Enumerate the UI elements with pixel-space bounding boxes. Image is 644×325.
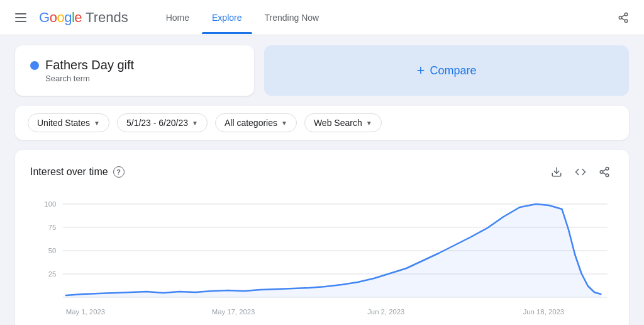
date-filter-label: 5/1/23 - 6/20/23 [126, 118, 188, 128]
svg-line-9 [602, 173, 606, 174]
svg-text:May 1, 2023: May 1, 2023 [66, 308, 105, 316]
trends-wordmark: Trends [86, 9, 128, 26]
share-button[interactable] [595, 162, 614, 181]
chart-header: Interest over time ? [30, 162, 614, 181]
chart-card: Interest over time ? [15, 150, 629, 325]
header: Google Trends Home Explore Trending Now [0, 0, 644, 35]
chart-svg: 100 75 50 25 May 1, 2023 May 17, 2023 Ju… [30, 191, 614, 317]
location-filter-label: United States [37, 118, 90, 128]
date-filter[interactable]: 5/1/23 - 6/20/23 ▼ [117, 113, 208, 132]
chevron-down-icon: ▼ [192, 120, 198, 127]
search-term-name: Fathers Day gift [45, 58, 134, 72]
hamburger-menu-icon[interactable] [10, 8, 31, 27]
category-filter[interactable]: All categories ▼ [215, 113, 297, 132]
filter-bar: United States ▼ 5/1/23 - 6/20/23 ▼ All c… [15, 106, 629, 140]
svg-line-4 [621, 14, 625, 16]
svg-text:Jun 18, 2023: Jun 18, 2023 [523, 308, 564, 316]
google-wordmark: Google [39, 9, 82, 26]
nav-trending-now[interactable]: Trending Now [255, 8, 330, 28]
chart-actions [547, 162, 614, 181]
svg-text:100: 100 [44, 200, 56, 208]
compare-card[interactable]: + Compare [264, 45, 629, 96]
interest-over-time-chart: 100 75 50 25 May 1, 2023 May 17, 2023 Ju… [30, 191, 614, 320]
chevron-down-icon: ▼ [94, 120, 100, 127]
nav-explore[interactable]: Explore [202, 8, 252, 28]
embed-button[interactable] [571, 162, 590, 181]
compare-inner: + Compare [417, 62, 477, 79]
svg-line-10 [602, 169, 606, 171]
plus-icon: + [417, 62, 425, 79]
svg-text:75: 75 [48, 224, 57, 231]
chevron-down-icon: ▼ [366, 120, 372, 127]
location-filter[interactable]: United States ▼ [28, 113, 109, 132]
svg-text:Jun 2, 2023: Jun 2, 2023 [367, 308, 404, 316]
search-type-filter[interactable]: Web Search ▼ [304, 113, 382, 132]
svg-text:May 17, 2023: May 17, 2023 [212, 308, 255, 316]
chart-title: Interest over time [30, 166, 108, 178]
main-content: Fathers Day gift Search term + Compare U… [0, 35, 644, 325]
download-button[interactable] [547, 162, 566, 181]
top-cards-row: Fathers Day gift Search term + Compare [15, 45, 629, 96]
svg-line-3 [621, 18, 625, 20]
chevron-down-icon: ▼ [281, 120, 287, 127]
search-term-dot [30, 61, 39, 70]
search-term-header: Fathers Day gift [30, 58, 239, 72]
help-icon[interactable]: ? [113, 166, 125, 178]
chart-title-area: Interest over time ? [30, 166, 125, 178]
search-term-type: Search term [45, 74, 239, 83]
category-filter-label: All categories [225, 118, 277, 128]
google-trends-logo: Google Trends [39, 9, 128, 26]
search-type-filter-label: Web Search [314, 118, 362, 128]
search-term-card: Fathers Day gift Search term [15, 45, 254, 96]
main-nav: Home Explore Trending Now [156, 8, 329, 28]
svg-text:25: 25 [48, 270, 57, 278]
svg-text:50: 50 [48, 247, 57, 254]
header-share-button[interactable] [613, 7, 634, 28]
compare-label: Compare [430, 64, 476, 77]
nav-home[interactable]: Home [156, 8, 199, 28]
header-left: Google Trends Home Explore Trending Now [10, 8, 329, 28]
